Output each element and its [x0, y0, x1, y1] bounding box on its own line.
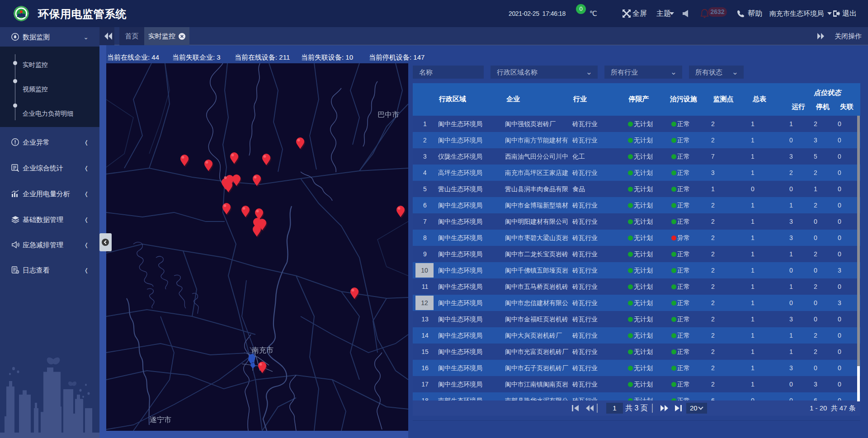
svg-text:南充市: 南充市: [252, 346, 274, 354]
svg-text:遂宁市: 遂宁市: [150, 416, 171, 424]
svg-text:巴中市: 巴中市: [377, 111, 399, 118]
